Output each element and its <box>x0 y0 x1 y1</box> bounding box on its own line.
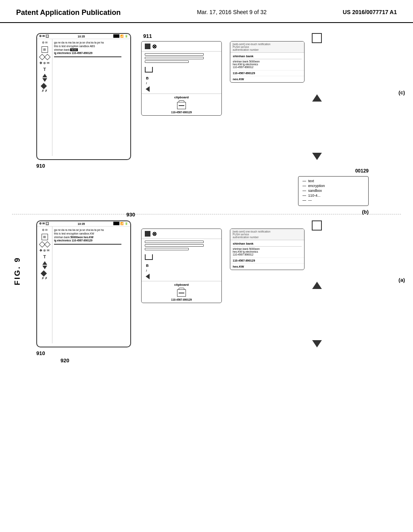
rn-bank-row-bot: shinhan bank shinhan bank 5000wonheo.KW … <box>230 240 304 258</box>
middle-legend-section: 00129 — text — encryption — sandbox — 11… <box>36 176 401 206</box>
U-icon-bot <box>145 254 153 260</box>
label-910-bottom: 910 <box>36 350 45 356</box>
nav-arrow-up-bottom <box>312 282 322 289</box>
notif-panel-top-container: ⊗ B I clipboard <box>141 41 222 116</box>
notif-x-icon: ⊗ <box>152 43 157 50</box>
phone-line-3-bot: shinhan bank 50000won heo.KW <box>54 236 129 239</box>
rn-header-top: [web-sent] one-touch notificationPUSH se… <box>230 42 304 53</box>
notif-panel-top: ⊗ B I clipboard <box>141 41 222 116</box>
rn-bank-row-top: shinhan bank shinhan bank 5000wonheo.KW … <box>230 53 304 71</box>
phone-line-3: shinhan bank 5000 <box>54 48 129 52</box>
x-icons-bot: ✗✗ <box>42 276 48 280</box>
page-header: Patent Application Publication Mar. 17, … <box>0 0 413 23</box>
notif-list-lines-bot: B I <box>142 239 221 281</box>
right-notif-top-container: [web-sent] one-touch notificationPUSH se… <box>230 41 305 83</box>
legend-wrapper: 00129 — text — encryption — sandbox — 11… <box>298 176 369 206</box>
clipboard-code-top: 110-4567-890129 <box>171 111 192 114</box>
notif-top-left-bot: ⊗ <box>145 231 157 237</box>
notif-square-icon <box>145 44 150 49</box>
filled-diamond-1-bot <box>41 270 47 277</box>
icon-row-2-bot <box>40 242 50 247</box>
nav-arrow-down-bottom <box>312 340 322 347</box>
phone-line-2-bot: this is test encryption sandbox.KW <box>54 232 129 235</box>
top-icon-row: ⚙ ✉ <box>42 41 48 44</box>
diamond-arrows: ✗✗ <box>42 84 48 93</box>
spacer2-bot <box>145 261 218 262</box>
clipboard-label-bottom: clipboard <box>145 283 218 287</box>
legend-row-text: — text <box>302 179 364 183</box>
clipboard-icons-top: 110-4567-890129 <box>145 100 218 114</box>
rn-code-top: 110-4567-890129 <box>230 71 304 76</box>
phone-body-bottom: ⚙ ✉ ▤ ✤ ⊛ ✉ T <box>37 227 130 343</box>
rn-bank-detail-top: shinhan bank 5000wonheo.KW lg electronic… <box>233 60 302 69</box>
legend-sandbox-label: sandbox <box>308 189 322 193</box>
status-icons-right: ▉▉▉ 📶 🔋 <box>113 35 128 38</box>
arrow-icons-bot <box>42 261 47 269</box>
spacer <box>145 64 218 66</box>
phone-line-2: this is test encryption sandbox ABS <box>54 45 129 48</box>
x-icons: ✗✗ <box>42 89 48 93</box>
label-911: 911 <box>143 33 152 39</box>
clipboard-code-bottom: 110-4567-890129 <box>171 298 192 301</box>
clip-line-1-bot <box>179 293 184 293</box>
arrow-up-icon-bot <box>42 261 47 265</box>
grid-icon-bot: ⚙ <box>42 229 44 232</box>
phone-910-top: ⚙ ✉ 🔲 10:35 ▉▉▉ 📶 🔋 ⚙ ✉ ▤ <box>36 33 131 160</box>
nav-arrows-top <box>312 33 322 160</box>
notif-top-left: ⊗ <box>145 43 157 50</box>
legend-row-sandbox: — sandbox <box>302 189 364 193</box>
notif-panel-bottom: ⊗ B I clipboard <box>141 229 222 303</box>
b-label: (b) <box>362 209 369 215</box>
icon-row-2 <box>40 55 50 59</box>
cursor-line-bot <box>54 244 121 245</box>
legend-box: — text — encryption — sandbox — 110-4...… <box>298 176 369 206</box>
phone-body-top: ⚙ ✉ ▤ ✤ ⊛ ✉ T <box>37 39 130 156</box>
right-notif-top: [web-sent] one-touch notificationPUSH se… <box>230 41 305 83</box>
phone-left-icons-bottom: ⚙ ✉ ▤ ✤ ⊛ ✉ T <box>37 227 52 343</box>
legend-code-label: 110-4... <box>308 193 321 197</box>
notif-list-lines: B I <box>142 52 221 94</box>
header-date-sheet: Mar. 17, 2016 Sheet 9 of 32 <box>197 7 267 15</box>
fig-label: FIG. 9 <box>13 257 22 285</box>
legend-dash-label: — <box>308 198 312 202</box>
rn-neokw-top: neo.KW <box>230 76 304 82</box>
top-figure-row: 910 ⚙ ✉ 🔲 10:35 ▉▉▉ 📶 🔋 ⚙ ✉ ▤ <box>36 33 401 160</box>
bell-icon: ✉ <box>45 41 48 44</box>
grid-icon: ⚙ <box>42 41 44 44</box>
header-patent-number: US 2016/0077717 A1 <box>343 7 397 15</box>
phone-910-bottom-container: 910 920 930 ⚙ ✉ 🔲 10:35 ▉▉▉ 📶 🔋 ⚙ ✉ <box>36 220 131 347</box>
phone-left-icons-top: ⚙ ✉ ▤ ✤ ⊛ ✉ T <box>37 39 52 156</box>
phone-line-4-bot: lg electronics 110-4567-890129 <box>54 239 129 242</box>
status-icons-left-bot: ⚙ ✉ 🔲 <box>39 222 49 225</box>
legend-callout-num: 00129 <box>355 168 369 174</box>
bold-code-bot: 50000won heo.KW <box>70 236 93 239</box>
clip-body <box>177 102 186 109</box>
bottom-figure-row: 910 920 930 ⚙ ✉ 🔲 10:35 ▉▉▉ 📶 🔋 ⚙ ✉ <box>36 220 401 347</box>
clipboard-icon-shape <box>177 100 186 109</box>
arrow-up-icon <box>42 74 47 77</box>
list-line-2-bot <box>145 244 204 247</box>
nav-arrow-up-top <box>312 94 322 102</box>
arrow-down-icon <box>42 78 47 82</box>
notif-panel-bottom-container: ⊗ B I clipboard <box>141 229 222 303</box>
status-time: 10:35 <box>78 35 85 38</box>
settings-icon: ⊛ <box>43 61 46 65</box>
left-arrow-icon <box>146 86 150 92</box>
I-icon: I <box>145 81 218 85</box>
notif-x-icon-bot: ⊗ <box>152 231 157 237</box>
B-icon: B <box>145 76 218 80</box>
diamond-arrows-bot: ✗✗ <box>42 271 48 280</box>
nav-arrows-bottom <box>312 220 322 347</box>
clipboard-icons-bottom: 110-4567-890129 <box>145 288 218 301</box>
legend-row-dash: — — <box>302 198 364 202</box>
diamond-icon-2-bot <box>44 241 50 248</box>
left-arrow-icon-bot <box>146 274 150 279</box>
status-icons-right-bot: ▉▉▉ 📶 🔋 <box>113 222 128 225</box>
cursor-line-top <box>54 56 121 57</box>
spacer2 <box>145 74 218 75</box>
mail-icon: ✉ <box>47 61 50 65</box>
list-line-3 <box>145 60 189 63</box>
legend-text-label: text <box>308 179 314 183</box>
clipboard-icon-shape-bot <box>177 288 186 297</box>
doc-icon: ▤ <box>42 46 48 53</box>
